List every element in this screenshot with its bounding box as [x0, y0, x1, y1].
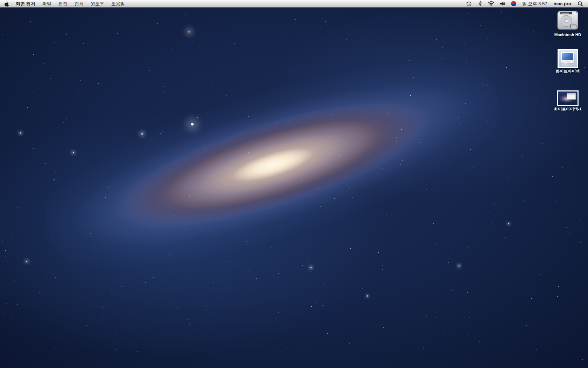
desktop-icon-white-imac[interactable]: 화이트아이맥: [545, 49, 588, 74]
time-machine-menu[interactable]: [465, 0, 473, 7]
desktop: 화면 캡처 파일 편집 캡처 윈도우 도움말: [0, 0, 588, 368]
menu-help[interactable]: 도움말: [108, 0, 128, 7]
korean-flag-icon: [510, 0, 517, 7]
menu-edit[interactable]: 편집: [55, 0, 71, 7]
desktop-icon-label: 화이트아이맥: [556, 69, 580, 74]
hard-drive-icon: [555, 9, 580, 32]
wifi-menu[interactable]: [487, 0, 496, 7]
bluetooth-icon: [478, 1, 482, 7]
menu-bar: 화면 캡처 파일 편집 캡처 윈도우 도움말: [0, 0, 588, 8]
volume-menu[interactable]: [498, 0, 507, 7]
menu-capture[interactable]: 캡처: [71, 0, 87, 7]
fast-user-switch-menu[interactable]: mac pro: [551, 1, 573, 6]
apple-logo-icon: [4, 1, 9, 7]
wifi-icon: [488, 1, 495, 6]
menu-clock[interactable]: 일 오후 3:57: [521, 1, 549, 7]
spotlight-icon: [578, 1, 583, 7]
wallpaper: [0, 0, 588, 368]
bluetooth-menu[interactable]: [476, 0, 484, 7]
dock: @ 6 30: [0, 326, 588, 368]
desktop-icon-label: 화이트아이맥-1: [554, 107, 581, 111]
volume-icon: [499, 1, 505, 6]
menu-file[interactable]: 파일: [39, 0, 55, 7]
image-thumbnail: [558, 49, 578, 68]
active-app-menu[interactable]: 화면 캡처: [12, 0, 39, 7]
input-source-menu[interactable]: [510, 0, 518, 7]
desktop-icon-white-imac-1[interactable]: 화이트아이맥-1: [545, 90, 588, 111]
starfield: [0, 0, 588, 368]
desktop-icon-macintosh-hd[interactable]: Macintosh HD: [545, 9, 588, 37]
menu-window[interactable]: 윈도우: [87, 0, 108, 7]
desktop-icon-label: Macintosh HD: [554, 33, 581, 37]
apple-menu[interactable]: [0, 0, 12, 7]
spotlight-menu[interactable]: [576, 0, 584, 7]
time-machine-icon: [466, 1, 472, 7]
image-thumbnail: [557, 90, 579, 106]
